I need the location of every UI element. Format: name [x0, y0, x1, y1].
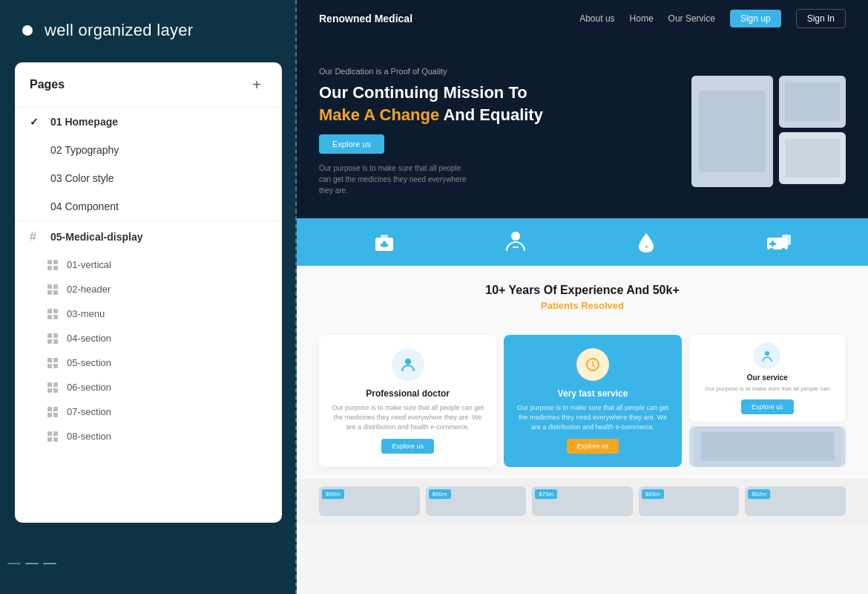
page-item-typography[interactable]: 02 Typography: [15, 136, 282, 164]
sub-item-07-section[interactable]: 07-section: [15, 399, 282, 424]
left-panel: well organized layer Pages + ✓ 01 Homepa…: [0, 0, 297, 594]
sub-label-08-section: 08-section: [67, 431, 111, 442]
hero-image-sm-2: [779, 132, 846, 184]
dash-2: [25, 563, 39, 564]
hero-explore-button[interactable]: Explore us: [319, 134, 384, 154]
hero-left: Our Dedication is a Proof of Quality Our…: [319, 67, 556, 196]
page-item-component[interactable]: 04 Component: [15, 192, 282, 221]
sub-item-04-section[interactable]: 04-section: [15, 326, 282, 350]
card-icon-doctor: [392, 348, 424, 381]
card-desc-service: Our purpose is to make sure that all peo…: [514, 403, 671, 431]
svg-rect-23: [700, 432, 834, 461]
icon-medical-bag: [372, 230, 396, 254]
sub-item-03-menu[interactable]: 03-menu: [15, 301, 282, 326]
card-third-image: [689, 426, 846, 467]
dashed-divider: [295, 0, 297, 594]
svg-rect-9: [381, 244, 388, 247]
signup-button[interactable]: Sign up: [730, 10, 781, 27]
prices-row: $56m $60m $73m $89m $82m: [297, 479, 868, 523]
price-card-4: $89m: [639, 486, 740, 516]
section-medical-display[interactable]: # 05-Medical-display: [15, 221, 282, 252]
svg-rect-11: [513, 247, 519, 248]
nav-service[interactable]: Our Service: [668, 13, 715, 24]
card-professional-doctor: Professional doctor Our purpose is to ma…: [319, 335, 496, 467]
svg-rect-7: [381, 235, 388, 239]
nav-about[interactable]: About us: [579, 13, 614, 24]
dash-1: [7, 563, 21, 564]
page-label-component: 04 Component: [50, 200, 119, 212]
card-title-service: Very fast service: [558, 388, 628, 399]
nav-links: About us Home Our Service Sign up Sign I…: [579, 9, 846, 28]
grid-icon: [47, 309, 58, 319]
hero-section: Our Dedication is a Proof of Quality Our…: [297, 37, 868, 218]
white-dot-icon: [22, 25, 33, 36]
sub-label-03-menu: 03-menu: [67, 308, 105, 319]
page-item-color-style[interactable]: 03 Color style: [15, 164, 282, 192]
card-third-title: Our service: [747, 373, 788, 382]
hash-icon: #: [30, 230, 42, 244]
hero-image-stack: [779, 76, 846, 184]
hero-image-main: [691, 76, 773, 187]
price-badge-1: $56m: [322, 489, 344, 499]
svg-point-21: [765, 351, 769, 356]
card-third-desc: Our purpose is to make sure that all peo…: [705, 385, 829, 393]
card-icon-service2: [754, 342, 780, 369]
hero-right: [691, 76, 846, 187]
sub-label-06-section: 06-section: [67, 382, 111, 393]
signin-button[interactable]: Sign In: [796, 9, 846, 28]
experience-title: 10+ Years Of Experience And 50k+: [319, 284, 846, 297]
hero-title: Our Continuing Mission To Make A Change …: [319, 82, 556, 125]
card-desc-doctor: Our purpose is to make sure that all peo…: [329, 403, 486, 431]
grid-icon: [47, 333, 58, 344]
page-label-homepage: 01 Homepage: [50, 116, 118, 128]
dash-3: [43, 563, 56, 564]
icon-ambulance: [766, 230, 792, 254]
sub-item-01-vertical[interactable]: 01-vertical: [15, 252, 282, 277]
svg-text:+: +: [645, 244, 648, 250]
sub-label-02-header: 02-header: [67, 284, 111, 295]
card-btn-service[interactable]: Explore us: [567, 439, 619, 454]
sub-item-06-section[interactable]: 06-section: [15, 375, 282, 399]
section-label: 05-Medical-display: [50, 231, 143, 243]
hero-title-part1: Our Continuing Mission To: [319, 83, 527, 102]
nav-home[interactable]: Home: [630, 13, 654, 24]
pages-title: Pages: [30, 78, 65, 91]
price-card-5: $82m: [745, 486, 846, 516]
pages-panel: Pages + ✓ 01 Homepage 02 Typography 03 C…: [15, 62, 282, 523]
page-label-color-style: 03 Color style: [50, 172, 114, 184]
grid-icon: [47, 407, 58, 417]
sub-label-04-section: 04-section: [67, 333, 111, 344]
well-organized-text: well organized layer: [45, 21, 193, 40]
card-title-doctor: Professional doctor: [366, 388, 450, 399]
check-icon: ✓: [30, 116, 42, 128]
sub-item-05-section[interactable]: 05-section: [15, 350, 282, 375]
sub-label-01-vertical: 01-vertical: [67, 259, 111, 270]
price-badge-3: $73m: [535, 489, 557, 499]
icons-bar: +: [297, 218, 868, 266]
hero-description: Our purpose is to make sure that all peo…: [319, 163, 467, 196]
right-panel: Renowned Medical About us Home Our Servi…: [297, 0, 868, 594]
page-item-homepage[interactable]: ✓ 01 Homepage: [15, 108, 282, 136]
svg-rect-3: [785, 82, 840, 121]
experience-subtitle: Patients Resolved: [319, 300, 846, 311]
card-third-split: Our service Our purpose is to make sure …: [689, 335, 846, 467]
sub-label-07-section: 07-section: [67, 406, 111, 417]
svg-point-16: [781, 248, 786, 252]
card-third-btn[interactable]: Explore us: [741, 399, 794, 414]
icon-drop: +: [634, 230, 658, 254]
add-page-button[interactable]: +: [246, 74, 267, 95]
svg-rect-14: [782, 235, 791, 245]
card-icon-service: [576, 348, 609, 381]
card-btn-doctor[interactable]: Explore us: [381, 439, 434, 454]
card-third-top: Our service Our purpose is to make sure …: [689, 335, 846, 421]
price-card-1: $56m: [319, 486, 420, 516]
grid-icon: [47, 284, 58, 295]
grid-icon: [47, 260, 58, 270]
sub-item-02-header[interactable]: 02-header: [15, 277, 282, 301]
site-logo: Renowned Medical: [319, 13, 412, 25]
price-badge-5: $82m: [748, 489, 770, 499]
page-label-typography: 02 Typography: [50, 144, 119, 156]
sub-item-08-section[interactable]: 08-section: [15, 424, 282, 448]
hero-tagline: Our Dedication is a Proof of Quality: [319, 67, 556, 76]
experience-section: 10+ Years Of Experience And 50k+ Patient…: [297, 266, 868, 335]
